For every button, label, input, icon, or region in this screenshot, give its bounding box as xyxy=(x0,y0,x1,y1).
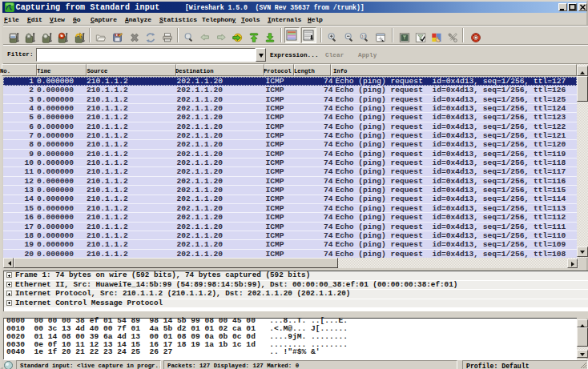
svg-text:1:1: 1:1 xyxy=(362,34,367,38)
